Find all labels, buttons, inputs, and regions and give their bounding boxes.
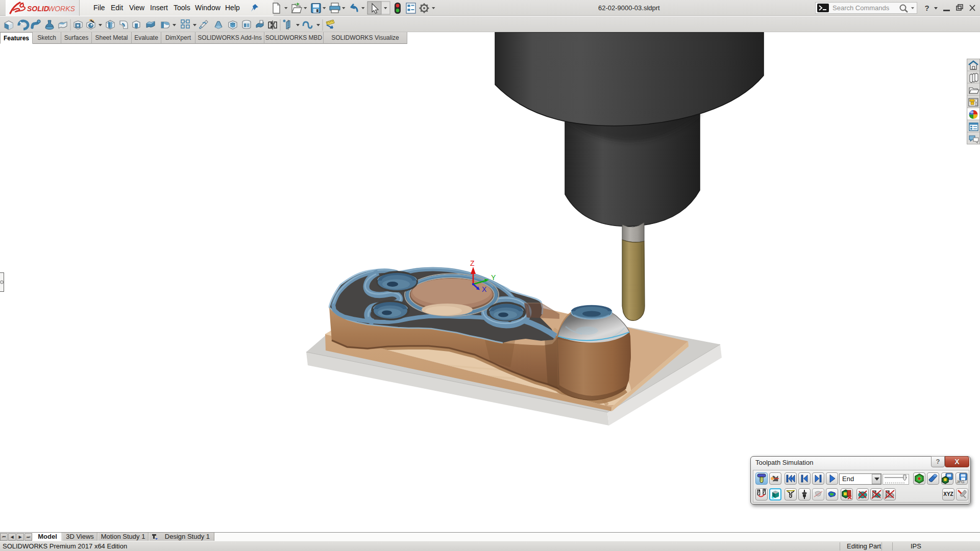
svg-text:WORKS: WORKS (48, 5, 76, 13)
svg-text:Y: Y (491, 273, 496, 282)
svg-text:X: X (482, 285, 487, 293)
svg-text:JPG: JPG (957, 480, 965, 484)
svg-text:SOLID: SOLID (27, 5, 49, 13)
svg-text:Z: Z (470, 259, 475, 267)
